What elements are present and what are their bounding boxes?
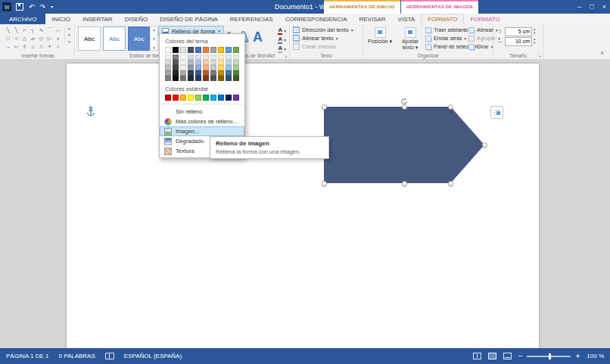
gallery-down-icon[interactable]: ▾ (153, 36, 155, 41)
theme-color-variant-swatch[interactable] (226, 76, 232, 81)
shape-style-preview[interactable]: Abc (103, 26, 126, 51)
shape-gallery-item[interactable]: ╲ (13, 27, 20, 33)
shape-gallery-item[interactable]: ◗ (54, 36, 61, 41)
button-direcci-n-del-texto[interactable]: Dirección del texto▾ (293, 26, 361, 34)
dialog-launcher-icon[interactable]: ↘ (284, 54, 288, 58)
text-outline-button[interactable]: A▾ (278, 36, 286, 44)
text-effects-button[interactable]: A▾ (278, 45, 286, 53)
theme-color-swatch[interactable] (233, 47, 239, 53)
theme-color-variant-swatch[interactable] (165, 54, 171, 60)
zoom-slider[interactable] (527, 356, 571, 357)
pentagon-arrow-shape[interactable] (324, 107, 484, 183)
theme-color-variant-swatch[interactable] (180, 65, 186, 70)
theme-color-swatch[interactable] (180, 47, 186, 53)
resize-handle-bottom[interactable] (402, 181, 407, 186)
shape-style-preview[interactable]: Abc (128, 26, 151, 51)
theme-color-variant-swatch[interactable] (195, 65, 201, 70)
theme-color-variant-swatch[interactable] (165, 76, 171, 81)
button-posici-n[interactable]: Posición ▾ (366, 26, 394, 50)
theme-color-variant-swatch[interactable] (233, 54, 239, 60)
theme-color-variant-swatch[interactable] (210, 60, 216, 65)
theme-color-variant-swatch[interactable] (233, 65, 239, 70)
theme-color-variant-swatch[interactable] (210, 76, 216, 81)
spin-down-icon[interactable]: ▾ (534, 32, 535, 36)
theme-color-variant-swatch[interactable] (218, 70, 224, 76)
theme-color-variant-swatch[interactable] (180, 70, 186, 76)
theme-color-variant-swatch[interactable] (195, 60, 201, 65)
theme-color-variant-swatch[interactable] (165, 60, 171, 65)
theme-color-variant-swatch[interactable] (203, 76, 209, 81)
theme-color-variant-swatch[interactable] (210, 65, 216, 70)
theme-color-variant-swatch[interactable] (233, 70, 239, 76)
theme-color-variant-swatch[interactable] (173, 76, 179, 81)
shape-gallery-item[interactable]: ╲ (5, 27, 11, 33)
button-ajustar-texto[interactable]: Ajustar texto ▾ (396, 26, 425, 50)
gallery-down-icon[interactable]: ▾ (68, 33, 70, 38)
layout-options-button[interactable] (490, 106, 503, 119)
shape-gallery-item[interactable]: ⌂ (30, 44, 36, 49)
ribbon-tab-archivo[interactable]: ARCHIVO (0, 14, 45, 24)
resize-handle-right[interactable] (482, 142, 487, 148)
theme-color-variant-swatch[interactable] (195, 54, 201, 60)
shape-gallery-item[interactable]: ▷ (46, 36, 53, 41)
standard-color-swatch[interactable] (180, 95, 186, 101)
ribbon-tab-insertar[interactable]: INSERTAR (76, 14, 119, 24)
theme-color-variant-swatch[interactable] (226, 54, 232, 60)
theme-color-variant-swatch[interactable] (188, 65, 194, 70)
standard-color-swatch[interactable] (210, 95, 216, 101)
collapse-ribbon-icon[interactable]: ∧ (600, 50, 604, 56)
gallery-up-icon[interactable]: ▴ (153, 27, 155, 32)
button-crear-v-nculo[interactable]: Crear vínculo (293, 42, 361, 51)
shape-gallery-item[interactable]: + (46, 44, 53, 49)
page-count-status[interactable]: PÁGINA 1 DE 1 (6, 353, 48, 359)
theme-color-swatch[interactable] (188, 47, 194, 53)
shape-gallery-item[interactable]: ↔ (54, 27, 61, 33)
theme-color-variant-swatch[interactable] (165, 65, 171, 70)
button-alinear-texto[interactable]: Alinear texto▾ (293, 34, 361, 42)
theme-color-swatch[interactable] (173, 47, 179, 53)
theme-color-variant-swatch[interactable] (188, 54, 194, 60)
gallery-more-icon[interactable]: ▾ (153, 45, 155, 50)
theme-color-swatch[interactable] (226, 47, 232, 53)
shape-gallery-item[interactable]: ⌒ (46, 27, 53, 33)
shape-gallery-item[interactable]: ○ (54, 44, 61, 49)
shape-gallery-item[interactable]: ⇦ (13, 44, 20, 49)
theme-color-variant-swatch[interactable] (203, 54, 209, 60)
theme-color-variant-swatch[interactable] (195, 70, 201, 76)
shape-gallery-item[interactable]: △ (21, 36, 28, 41)
theme-color-variant-swatch[interactable] (218, 54, 224, 60)
minimize-icon[interactable]: – (577, 4, 581, 11)
ribbon-tab-inicio[interactable]: INICIO (45, 14, 76, 24)
theme-color-variant-swatch[interactable] (180, 60, 186, 65)
theme-color-variant-swatch[interactable] (180, 76, 186, 81)
theme-color-swatch[interactable] (203, 47, 209, 53)
shape-gallery-item[interactable]: □ (5, 36, 11, 41)
ribbon-tab-formato[interactable]: FORMATO (464, 14, 506, 24)
shape-gallery-item[interactable]: ☆ (38, 44, 45, 49)
qat-customize-icon[interactable]: ▾ (51, 5, 53, 9)
shape-gallery-item[interactable]: ⌐ (21, 27, 28, 33)
theme-color-variant-swatch[interactable] (203, 65, 209, 70)
standard-color-swatch[interactable] (218, 95, 224, 101)
standard-color-swatch[interactable] (165, 95, 171, 101)
shape-gallery-item[interactable]: ∿ (38, 27, 45, 33)
proofing-icon[interactable] (105, 353, 114, 359)
zoom-out-icon[interactable]: − (518, 353, 523, 360)
text-fill-button[interactable]: A▾ (278, 26, 286, 35)
anchor-icon[interactable] (86, 106, 95, 120)
resize-handle-top-left[interactable] (322, 104, 327, 110)
ribbon-tab-formato[interactable]: FORMATO (421, 14, 464, 24)
shape-gallery-item[interactable]: ▱ (30, 36, 36, 41)
ribbon-tab-revisar[interactable]: REVISAR (353, 14, 391, 24)
theme-color-variant-swatch[interactable] (218, 60, 224, 65)
menu-item-m-s-colores-de-relleno[interactable]: Más colores de relleno... (160, 117, 244, 126)
theme-color-variant-swatch[interactable] (180, 54, 186, 60)
redo-icon[interactable]: ↷ (40, 4, 46, 11)
menu-item-imagen[interactable]: Imagen... (160, 126, 244, 136)
shape-gallery-item[interactable]: ┐ (30, 27, 36, 33)
shape-style-preview[interactable]: Abc (78, 26, 101, 51)
theme-color-swatch[interactable] (210, 47, 216, 53)
theme-color-variant-swatch[interactable] (173, 65, 179, 70)
shape-gallery-item[interactable]: ○ (13, 36, 20, 41)
spin-down-icon[interactable]: ▾ (534, 42, 535, 45)
